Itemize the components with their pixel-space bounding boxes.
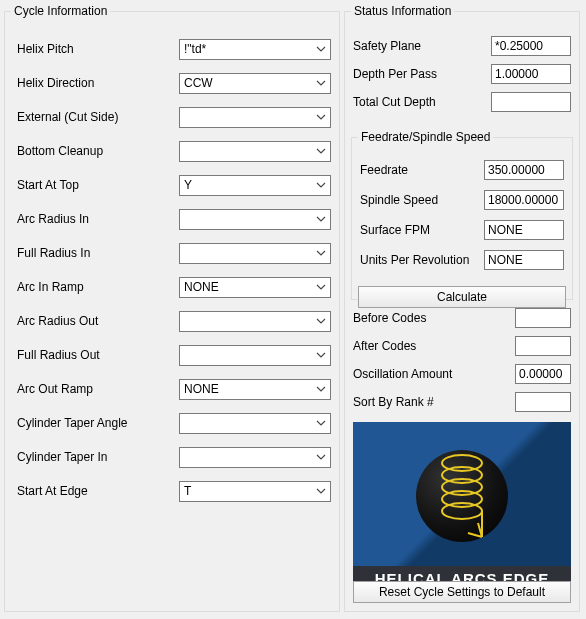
label-arc-in-ramp: Arc In Ramp (17, 280, 179, 294)
chevron-down-icon (316, 350, 326, 360)
input-oscillation-amount[interactable] (515, 364, 571, 384)
row-arc-out-ramp: Arc Out Ramp NONE (17, 378, 331, 400)
row-safety-plane: Safety Plane (353, 36, 571, 56)
chevron-down-icon (316, 384, 326, 394)
label-bottom-cleanup: Bottom Cleanup (17, 144, 179, 158)
label-full-radius-in: Full Radius In (17, 246, 179, 260)
row-start-at-edge: Start At Edge T (17, 480, 331, 502)
label-cyl-taper-in: Cylinder Taper In (17, 450, 179, 464)
helix-icon (422, 441, 502, 551)
label-start-at-edge: Start At Edge (17, 484, 179, 498)
input-units-per-rev[interactable] (484, 250, 564, 270)
status-information-group: Status Information Safety Plane Depth Pe… (344, 4, 580, 612)
input-total-cut-depth[interactable] (491, 92, 571, 112)
row-arc-radius-in: Arc Radius In (17, 208, 331, 230)
chevron-down-icon (316, 78, 326, 88)
combo-start-at-top[interactable]: Y (179, 175, 331, 196)
cycle-information-group: Cycle Information Helix Pitch !"td* Heli… (4, 4, 340, 612)
combo-arc-out-ramp[interactable]: NONE (179, 379, 331, 400)
row-cyl-taper-in: Cylinder Taper In (17, 446, 331, 468)
chevron-down-icon (316, 486, 326, 496)
chevron-down-icon (316, 214, 326, 224)
chevron-down-icon (316, 44, 326, 54)
chevron-down-icon (316, 452, 326, 462)
row-external-cut-side: External (Cut Side) (17, 106, 331, 128)
input-before-codes[interactable] (515, 308, 571, 328)
reset-defaults-button-label: Reset Cycle Settings to Default (379, 585, 545, 599)
row-units-per-rev: Units Per Revolution (360, 250, 564, 270)
row-sort-by-rank: Sort By Rank # (353, 392, 571, 412)
combo-bottom-cleanup[interactable] (179, 141, 331, 162)
combo-arc-in-ramp-value: NONE (184, 280, 219, 294)
chevron-down-icon (316, 418, 326, 428)
combo-helix-pitch[interactable]: !"td* (179, 39, 331, 60)
row-full-radius-out: Full Radius Out (17, 344, 331, 366)
row-start-at-top: Start At Top Y (17, 174, 331, 196)
reset-defaults-button[interactable]: Reset Cycle Settings to Default (353, 581, 571, 603)
status-information-title: Status Information (351, 4, 454, 18)
label-after-codes: After Codes (353, 339, 515, 353)
chevron-down-icon (316, 316, 326, 326)
chevron-down-icon (316, 146, 326, 156)
combo-start-at-top-value: Y (184, 178, 192, 192)
input-safety-plane[interactable] (491, 36, 571, 56)
label-arc-out-ramp: Arc Out Ramp (17, 382, 179, 396)
combo-full-radius-out[interactable] (179, 345, 331, 366)
chevron-down-icon (316, 112, 326, 122)
label-spindle-speed: Spindle Speed (360, 193, 484, 207)
row-depth-per-pass: Depth Per Pass (353, 64, 571, 84)
row-helix-pitch: Helix Pitch !"td* (17, 38, 331, 60)
label-before-codes: Before Codes (353, 311, 515, 325)
combo-start-at-edge[interactable]: T (179, 481, 331, 502)
combo-helix-direction[interactable]: CCW (179, 73, 331, 94)
input-after-codes[interactable] (515, 336, 571, 356)
row-after-codes: After Codes (353, 336, 571, 356)
row-surface-fpm: Surface FPM (360, 220, 564, 240)
label-full-radius-out: Full Radius Out (17, 348, 179, 362)
input-spindle-speed[interactable] (484, 190, 564, 210)
label-surface-fpm: Surface FPM (360, 223, 484, 237)
combo-arc-radius-in[interactable] (179, 209, 331, 230)
row-arc-radius-out: Arc Radius Out (17, 310, 331, 332)
combo-start-at-edge-value: T (184, 484, 191, 498)
row-total-cut-depth: Total Cut Depth (353, 92, 571, 112)
cycle-information-title: Cycle Information (11, 4, 110, 18)
label-start-at-top: Start At Top (17, 178, 179, 192)
calculate-button[interactable]: Calculate (358, 286, 566, 308)
row-cyl-taper-angle: Cylinder Taper Angle (17, 412, 331, 434)
feedrate-spindle-group: Feedrate/Spindle Speed Feedrate Spindle … (351, 130, 573, 300)
label-external-cut-side: External (Cut Side) (17, 110, 179, 124)
label-arc-radius-in: Arc Radius In (17, 212, 179, 226)
svg-point-4 (442, 503, 482, 519)
label-helix-pitch: Helix Pitch (17, 42, 179, 56)
combo-cyl-taper-angle[interactable] (179, 413, 331, 434)
row-spindle-speed: Spindle Speed (360, 190, 564, 210)
input-sort-by-rank[interactable] (515, 392, 571, 412)
input-surface-fpm[interactable] (484, 220, 564, 240)
combo-arc-out-ramp-value: NONE (184, 382, 219, 396)
combo-helix-direction-value: CCW (184, 76, 213, 90)
combo-helix-pitch-value: !"td* (184, 42, 206, 56)
chevron-down-icon (316, 248, 326, 258)
combo-cyl-taper-in[interactable] (179, 447, 331, 468)
row-oscillation-amount: Oscillation Amount (353, 364, 571, 384)
row-helix-direction: Helix Direction CCW (17, 72, 331, 94)
label-depth-per-pass: Depth Per Pass (353, 67, 491, 81)
input-feedrate[interactable] (484, 160, 564, 180)
label-arc-radius-out: Arc Radius Out (17, 314, 179, 328)
combo-arc-in-ramp[interactable]: NONE (179, 277, 331, 298)
label-safety-plane: Safety Plane (353, 39, 491, 53)
combo-arc-radius-out[interactable] (179, 311, 331, 332)
chevron-down-icon (316, 180, 326, 190)
row-arc-in-ramp: Arc In Ramp NONE (17, 276, 331, 298)
row-feedrate: Feedrate (360, 160, 564, 180)
label-oscillation-amount: Oscillation Amount (353, 367, 515, 381)
label-feedrate: Feedrate (360, 163, 484, 177)
label-cyl-taper-angle: Cylinder Taper Angle (17, 416, 179, 430)
cycle-illustration: HELICAL ARCS EDGE (353, 422, 571, 590)
combo-external-cut-side[interactable] (179, 107, 331, 128)
row-before-codes: Before Codes (353, 308, 571, 328)
input-depth-per-pass[interactable] (491, 64, 571, 84)
combo-full-radius-in[interactable] (179, 243, 331, 264)
row-bottom-cleanup: Bottom Cleanup (17, 140, 331, 162)
